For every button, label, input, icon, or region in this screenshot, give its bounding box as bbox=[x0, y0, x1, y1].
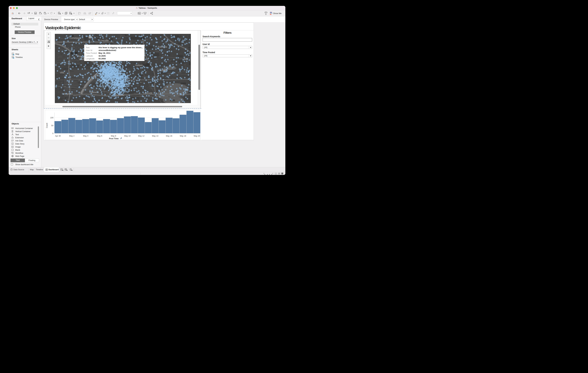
svg-text:Villa: Villa bbox=[60, 71, 64, 74]
svg-text:100: 100 bbox=[50, 117, 53, 119]
svg-text:May 12: May 12 bbox=[138, 135, 144, 137]
svg-text:270: 270 bbox=[64, 86, 66, 87]
svg-text:0: 0 bbox=[52, 132, 53, 135]
svg-text:May 10: May 10 bbox=[124, 135, 130, 137]
svg-text:May 16: May 16 bbox=[166, 135, 172, 137]
svg-text:270: 270 bbox=[140, 82, 142, 83]
svg-text:Count: Count bbox=[46, 123, 48, 128]
svg-text:May 20: May 20 bbox=[194, 135, 200, 137]
svg-text:May 4: May 4 bbox=[83, 135, 88, 137]
svg-text:May 6: May 6 bbox=[97, 135, 102, 137]
svg-text:259: 259 bbox=[145, 71, 147, 72]
svg-text:905: 905 bbox=[69, 78, 71, 79]
svg-text:50: 50 bbox=[51, 125, 53, 127]
svg-text:905: 905 bbox=[68, 59, 70, 60]
svg-text:May 2: May 2 bbox=[69, 135, 74, 137]
svg-text:Uptown: Uptown bbox=[135, 64, 143, 66]
svg-text:Apr 30: Apr 30 bbox=[55, 135, 61, 137]
svg-text:May 14: May 14 bbox=[152, 135, 158, 137]
svg-text:Post Time: Post Time bbox=[109, 137, 119, 140]
svg-text:Cometown: Cometown bbox=[70, 37, 81, 39]
svg-text:May 18: May 18 bbox=[180, 135, 186, 137]
svg-text:May 8: May 8 bbox=[111, 135, 116, 137]
